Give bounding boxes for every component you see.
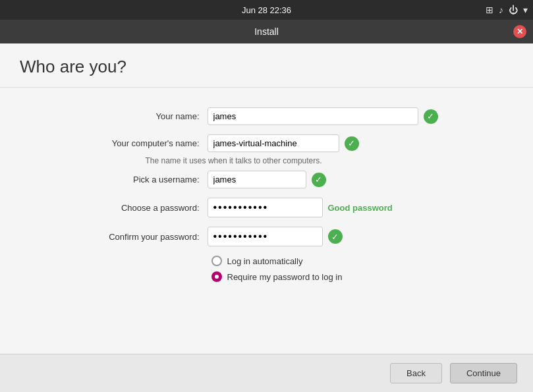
computer-name-row: Your computer's name: ✓ <box>76 134 458 152</box>
password-row: Choose a password: Good password <box>76 198 458 217</box>
radio-auto-login-label[interactable]: Log in automatically <box>227 256 303 266</box>
window-title: Install <box>254 26 279 37</box>
username-row: Pick a username: ✓ <box>76 171 458 188</box>
radio-require-password[interactable] <box>211 271 222 282</box>
dropdown-icon: ▾ <box>523 5 528 15</box>
confirm-password-input[interactable] <box>208 227 323 246</box>
username-input[interactable] <box>208 171 306 188</box>
computer-name-check-icon: ✓ <box>345 136 359 151</box>
username-check-icon: ✓ <box>312 173 326 187</box>
main-content: Who are you? Your name: ✓ Your computer'… <box>0 43 533 354</box>
your-name-row: Your name: ✓ <box>76 107 458 125</box>
your-name-input[interactable] <box>208 107 418 125</box>
confirm-password-label: Confirm your password: <box>76 232 208 242</box>
radio-require-password-label[interactable]: Require my password to log in <box>227 272 343 282</box>
system-tray: ⊞ ♪ ⏻ ▾ <box>486 5 528 15</box>
system-bar: Jun 28 22:36 ⊞ ♪ ⏻ ▾ <box>0 0 533 20</box>
datetime: Jun 28 22:36 <box>242 5 291 15</box>
your-name-label: Your name: <box>76 111 208 121</box>
back-button[interactable]: Back <box>390 363 442 383</box>
title-bar: Install ✕ <box>0 20 533 43</box>
your-name-check-icon: ✓ <box>424 109 438 124</box>
username-label: Pick a username: <box>76 175 208 184</box>
continue-button[interactable]: Continue <box>450 363 517 383</box>
password-label: Choose a password: <box>76 203 208 213</box>
password-status: Good password <box>328 203 393 213</box>
radio-require-password-row: Require my password to log in <box>211 271 462 282</box>
close-button[interactable]: ✕ <box>513 25 526 38</box>
computer-name-hint: The name it uses when it talks to other … <box>146 156 528 165</box>
page-title: Who are you? <box>0 43 533 88</box>
confirm-password-check-icon: ✓ <box>328 229 343 244</box>
confirm-password-row: Confirm your password: ✓ <box>76 227 458 246</box>
computer-name-input[interactable] <box>208 134 339 152</box>
computer-name-label: Your computer's name: <box>76 138 208 148</box>
bottom-bar: Back Continue <box>0 354 533 392</box>
radio-auto-login[interactable] <box>211 256 222 266</box>
form-area: Your name: ✓ Your computer's name: ✓ The… <box>0 88 533 354</box>
network-icon: ⊞ <box>486 5 493 15</box>
volume-icon: ♪ <box>499 5 503 15</box>
password-input[interactable] <box>208 198 323 217</box>
power-icon: ⏻ <box>509 5 518 15</box>
radio-auto-login-row: Log in automatically <box>211 256 462 266</box>
